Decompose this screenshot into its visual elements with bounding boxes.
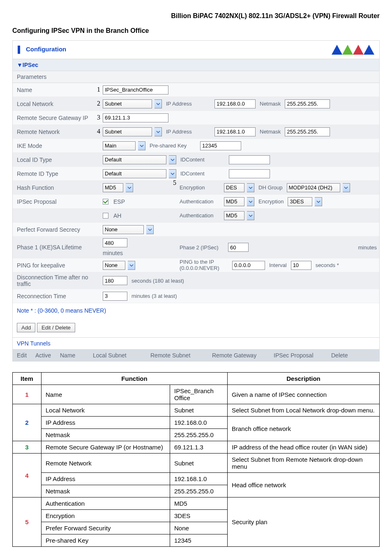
local-netmask-input[interactable] [285, 99, 330, 108]
hash-select[interactable]: MD5 [103, 183, 123, 192]
remote-network-label: Remote Network4 [13, 127, 101, 137]
th-rg: Remote Gateway [208, 350, 270, 361]
ah-checkbox[interactable] [103, 213, 108, 219]
pfs-label: Perfect Forward Secrecy [13, 225, 101, 235]
th-description: Description [228, 373, 380, 385]
phase2-input[interactable] [228, 243, 249, 252]
ike-mode-label: IKE Mode [13, 141, 101, 151]
local-id-select[interactable]: Default [103, 155, 166, 164]
ipsec-section-header[interactable]: ▼IPSec [13, 59, 379, 71]
hash-label: Hash Function [13, 183, 101, 193]
ping-label: PING for keepalive [13, 260, 101, 270]
chevron-down-icon[interactable] [247, 183, 254, 192]
note-text: Note * : (0-3600, 0 means NEVER) [13, 303, 379, 318]
remote-ip-input[interactable] [214, 127, 256, 136]
th-remote: Remote Subnet [146, 350, 208, 361]
netmask-label: Netmask [257, 101, 283, 107]
vpn-table-header: Edit Active Name Local Subnet Remote Sub… [13, 349, 379, 361]
ah-label: AH [113, 212, 121, 219]
page-title: Billion BiPAC 7402NX(L) 802.11n 3G/ADSL2… [12, 12, 380, 20]
callout-2: 2 [97, 100, 100, 107]
ipsec-proposal-label: IPSec Proposal [13, 197, 101, 207]
accent-bar [18, 46, 20, 54]
recon-input[interactable] [103, 292, 127, 301]
ipsec-text: IPSec [23, 62, 38, 68]
auth-select[interactable]: MD5 [224, 197, 244, 206]
parameters-header: Parameters [13, 71, 379, 83]
chevron-down-icon[interactable] [154, 99, 162, 108]
table-row: 5 AuthenticationMD5Security plan [13, 497, 380, 510]
interval-label: Interval [267, 262, 289, 268]
phase1-input[interactable] [103, 238, 127, 247]
psk-label: Pre-shared Key [147, 143, 198, 149]
chevron-down-icon[interactable] [126, 183, 133, 192]
table-row: IP Address192.168.0.0Branch office netwo… [13, 417, 380, 429]
table-row: 1 Name IPSec_Branch Office Given a name … [13, 385, 380, 404]
th-function: Function [42, 373, 228, 385]
local-idcontent-input[interactable] [229, 155, 270, 164]
ip-address-label: IP Address [164, 101, 213, 107]
ping-ip-label: PING to the IP (0.0.0.0:NEVER) [177, 259, 231, 271]
auth2-select[interactable]: MD5 [224, 211, 244, 220]
local-id-label: Local ID Type [13, 155, 101, 165]
callout-1: 1 [97, 86, 100, 93]
chevron-down-icon[interactable] [247, 211, 254, 220]
chevron-down-icon[interactable] [146, 225, 154, 234]
th-active: Active [31, 350, 56, 361]
auth-label: Authentication [177, 198, 222, 205]
psk-input[interactable] [200, 141, 241, 150]
local-ip-input[interactable] [214, 99, 256, 108]
dhgroup-label: DH Group [256, 184, 285, 191]
pfs-select[interactable]: None [103, 225, 144, 234]
name-label: Name1 [13, 85, 101, 95]
chevron-down-icon[interactable] [343, 183, 350, 192]
interval-input[interactable] [291, 261, 311, 270]
chevron-down-icon[interactable] [247, 197, 254, 206]
th-edit: Edit [13, 350, 31, 361]
rsg-input[interactable] [103, 113, 168, 122]
ping-ip-input[interactable] [232, 261, 265, 270]
phase1-unit: minutes [103, 250, 123, 256]
remote-network-select[interactable]: Subnet [103, 127, 152, 136]
ping-select[interactable]: None [103, 261, 125, 270]
chevron-down-icon[interactable] [169, 169, 176, 178]
name-input[interactable] [103, 85, 168, 94]
th-item: Item [13, 373, 42, 385]
recon-unit: minutes (3 at least) [129, 293, 180, 299]
brand-logo [332, 45, 374, 55]
section-heading: Configuring IPSec VPN in the Branch Offi… [12, 27, 380, 35]
remote-netmask-input[interactable] [285, 127, 330, 136]
remote-id-select[interactable]: Default [103, 169, 166, 178]
edit-delete-button[interactable]: Edit / Delete [37, 323, 75, 332]
remote-netmask-label: Netmask [257, 129, 283, 135]
esp-label: ESP [113, 198, 125, 205]
chevron-down-icon[interactable] [315, 197, 322, 206]
encryption2-label: Encryption [256, 198, 286, 205]
disc-input[interactable] [103, 276, 127, 285]
encryption-select[interactable]: DES [224, 183, 244, 192]
disc-unit: seconds (180 at least) [129, 278, 187, 284]
phase2-unit: minutes [355, 244, 379, 251]
add-button[interactable]: Add [17, 323, 35, 332]
dhgroup-select[interactable]: MODP1024 (DH2) [287, 183, 340, 192]
encryption2-select[interactable]: 3DES [288, 197, 312, 206]
table-row: IP Address192.168.1.0Head office network [13, 473, 380, 485]
remote-ip-label: IP Address [164, 129, 213, 135]
chevron-down-icon[interactable] [128, 261, 135, 270]
remote-id-label: Remote ID Type [13, 169, 101, 179]
remote-idcontent-input[interactable] [229, 169, 270, 178]
chevron-down-icon[interactable] [154, 127, 162, 136]
esp-checkbox[interactable] [103, 199, 108, 205]
table-row: 4 Remote NetworkSubnetSelect Subnet from… [13, 454, 380, 473]
interval-unit: seconds * [313, 262, 341, 268]
table-row: 2 Local NetworkSubnetSelect Subnet from … [13, 404, 380, 417]
ike-mode-select[interactable]: Main [103, 141, 136, 150]
chevron-down-icon[interactable] [169, 155, 176, 164]
local-network-select[interactable]: Subnet [103, 99, 152, 108]
panel-title: Configuration [26, 46, 66, 53]
phase2-label: Phase 2 (IPSec) [177, 244, 226, 251]
chevron-down-icon[interactable] [138, 141, 145, 150]
encryption-label: Encryption [177, 184, 222, 191]
phase1-label: Phase 1 (IKE)SA Lifetime [13, 242, 101, 252]
callout-4: 4 [97, 128, 100, 135]
